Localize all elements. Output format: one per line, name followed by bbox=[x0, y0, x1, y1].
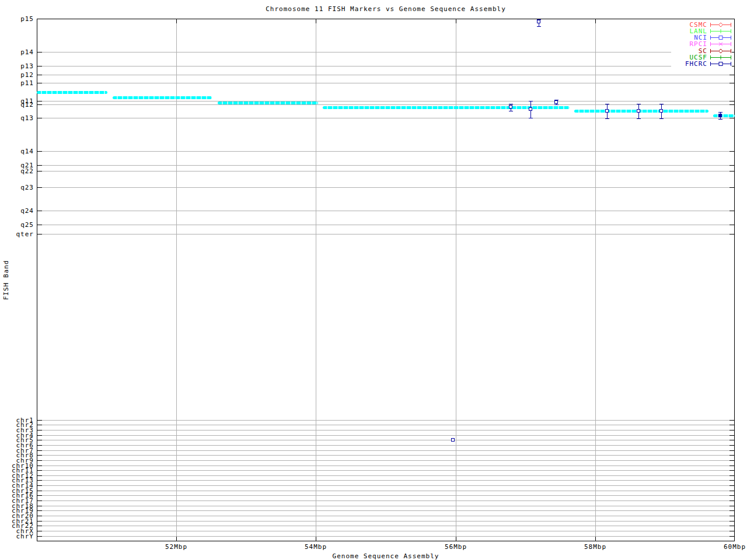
band-segment bbox=[113, 96, 212, 99]
fish-marker-chart: Chromosome 11 FISH Markers vs Genome Seq… bbox=[0, 0, 747, 560]
band-segment bbox=[218, 102, 318, 104]
fish-marker-point bbox=[451, 438, 455, 442]
error-bar-cap bbox=[509, 104, 513, 104]
legend-row-fhcrc: FHCRC bbox=[671, 61, 732, 67]
fish-marker-point bbox=[529, 107, 532, 111]
band-segment bbox=[37, 91, 107, 94]
error-bar-cap bbox=[537, 26, 541, 27]
legend-label: RPCI bbox=[671, 41, 710, 47]
x-axis-label: Genome Sequence Assembly bbox=[37, 553, 735, 559]
legend-label: CSMC bbox=[671, 22, 710, 28]
error-bar-cap bbox=[605, 118, 609, 119]
tick-errorbar-sample-icon bbox=[710, 54, 732, 61]
band-segment bbox=[323, 106, 570, 109]
fish-marker-point bbox=[537, 20, 540, 23]
error-bar-cap bbox=[659, 104, 664, 104]
error-bar-cap bbox=[637, 104, 641, 104]
band-segment bbox=[574, 110, 708, 113]
error-bar-cap bbox=[659, 118, 664, 119]
legend-row-rpci: RPCI bbox=[671, 41, 732, 47]
cross-errorbar-sample-icon bbox=[710, 41, 732, 47]
fish-marker-point bbox=[637, 109, 640, 113]
fish-marker-point bbox=[554, 100, 558, 104]
legend-row-csmc: CSMC bbox=[671, 22, 732, 28]
diamond-open-errorbar-sample-icon bbox=[710, 48, 732, 54]
error-bar-cap bbox=[718, 119, 722, 120]
band-segment bbox=[713, 114, 735, 117]
diamond-open-errorbar-sample-icon bbox=[710, 22, 732, 28]
error-bar-cap bbox=[554, 104, 558, 105]
fish-marker-point bbox=[718, 114, 722, 117]
square-open-errorbar-sample-icon bbox=[710, 34, 732, 41]
legend-label: FHCRC bbox=[671, 61, 710, 67]
error-bar-cap bbox=[529, 118, 533, 118]
error-bar-cap bbox=[718, 112, 722, 113]
error-bar-cap bbox=[637, 118, 641, 119]
fish-marker-point bbox=[605, 109, 609, 113]
fish-marker-point bbox=[659, 109, 663, 113]
error-bar-cap bbox=[529, 101, 533, 102]
tick-errorbar-sample-icon bbox=[710, 28, 732, 34]
legend: CSMCLANLNCIRPCISCUCSFFHCRC bbox=[671, 20, 732, 69]
fish-marker-point bbox=[509, 105, 512, 108]
error-bar-cap bbox=[605, 104, 609, 104]
data-layer bbox=[0, 0, 747, 560]
square-open-errorbar-sample-icon bbox=[710, 61, 732, 67]
error-bar-cap bbox=[509, 111, 513, 111]
